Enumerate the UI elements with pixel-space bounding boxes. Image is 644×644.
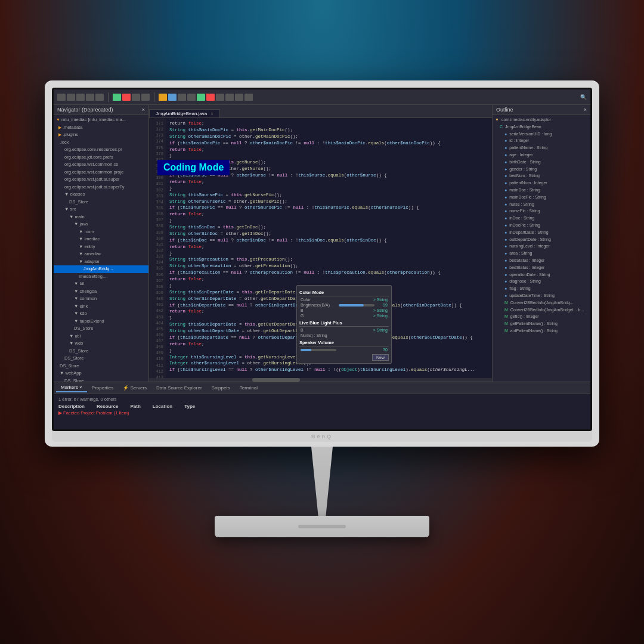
bottom-tab-datasource[interactable]: Data Source Explorer bbox=[151, 384, 206, 392]
toolbar-icon-17[interactable] bbox=[244, 94, 253, 101]
tree-item[interactable]: ▼ bit bbox=[54, 280, 148, 288]
tree-item[interactable]: org.eclipse.wst.jadt.ai.superTy bbox=[54, 184, 148, 191]
tree-item[interactable]: ▼ util bbox=[54, 333, 148, 340]
tree-item[interactable]: DS_Store bbox=[54, 377, 148, 382]
tree-item[interactable]: ▼ main bbox=[54, 213, 148, 221]
toolbar-icon-13[interactable] bbox=[206, 94, 215, 101]
outline-item[interactable]: ●nurse : String bbox=[493, 201, 590, 208]
tree-item[interactable]: org.eclipse.jdt.core.prefs bbox=[54, 154, 148, 162]
outline-item[interactable]: ●outDepartDate : String bbox=[493, 236, 590, 243]
tree-item[interactable]: ▼mtu_imediac [mtu_imediac ma... bbox=[54, 116, 148, 124]
outline-item[interactable]: ●inDocPic : String bbox=[493, 222, 590, 229]
tree-item[interactable]: ▼ common bbox=[54, 295, 148, 303]
toolbar-debug-icon[interactable] bbox=[122, 94, 131, 101]
outline-item[interactable]: ●gender : String bbox=[493, 166, 590, 173]
toolbar-icon-15[interactable] bbox=[225, 94, 234, 101]
toolbar-icon-12[interactable] bbox=[197, 94, 205, 101]
tree-item[interactable]: DS_Store bbox=[54, 325, 148, 333]
outline-item[interactable]: ●serialVersionUID : long bbox=[493, 131, 590, 138]
popup-brightness-slider[interactable] bbox=[339, 304, 374, 306]
toolbar-icon-4[interactable] bbox=[86, 94, 94, 101]
outline-item[interactable]: ●patientName : String bbox=[493, 144, 590, 151]
tree-item[interactable]: ▼ chengda bbox=[54, 288, 148, 296]
scrollbar-thumb[interactable] bbox=[252, 378, 300, 382]
outline-item[interactable]: ●nursePic : String bbox=[493, 208, 590, 215]
popup-speaker-slider[interactable] bbox=[301, 349, 336, 351]
tree-item[interactable]: ▼ java bbox=[54, 221, 148, 228]
outline-item[interactable]: ●bedNum : String bbox=[493, 172, 590, 179]
tree-item[interactable]: ▼ adaptor bbox=[54, 258, 148, 266]
outline-item[interactable]: ●inDepartDate : String bbox=[493, 229, 590, 236]
tree-item[interactable]: DS_Store bbox=[54, 363, 148, 370]
tree-item[interactable]: DS_Store bbox=[54, 348, 148, 355]
outline-item[interactable]: MConvert2BBedInfo(JmgArnBridg... bbox=[493, 299, 590, 306]
outline-item[interactable]: ●flag : String bbox=[493, 285, 590, 292]
tree-item[interactable]: ▼ kdb bbox=[54, 310, 148, 318]
bottom-tab-properties[interactable]: Properties bbox=[87, 384, 118, 392]
navigator-close[interactable]: × bbox=[142, 107, 145, 113]
popup-new-button[interactable]: New bbox=[372, 354, 389, 361]
tree-item[interactable]: ImedSetting... bbox=[54, 273, 148, 281]
tree-item[interactable]: DS_Store bbox=[54, 355, 148, 363]
toolbar-icon-3[interactable] bbox=[76, 94, 85, 101]
outline-item[interactable]: ▼com.imediac.entity.adaptor bbox=[493, 116, 590, 123]
toolbar-search[interactable]: 🔍 bbox=[580, 94, 587, 100]
tree-item[interactable]: ▼ src bbox=[54, 206, 148, 213]
toolbar-run-icon[interactable] bbox=[113, 94, 121, 101]
toolbar-icon-6[interactable] bbox=[132, 94, 140, 101]
tree-item[interactable]: ▼ webApp bbox=[54, 370, 148, 377]
outline-item[interactable]: MgetPatientName() : String bbox=[493, 320, 590, 327]
outline-item[interactable]: ●id : Integer bbox=[493, 137, 590, 144]
outline-item[interactable]: ●nursingLevel : Integer bbox=[493, 243, 590, 250]
tree-item[interactable]: ▶.metadata bbox=[54, 124, 148, 132]
tree-item[interactable]: ▼ .com bbox=[54, 228, 148, 236]
tree-item[interactable]: ▼ imediac bbox=[54, 236, 148, 243]
toolbar-icon-10[interactable] bbox=[178, 94, 186, 101]
editor-tab-close[interactable]: × bbox=[211, 112, 213, 116]
outline-item[interactable]: ●patientNum : Integer bbox=[493, 179, 590, 187]
toolbar-icon-8[interactable] bbox=[159, 94, 167, 101]
bottom-tab-servers[interactable]: ⚡ Servers bbox=[118, 384, 151, 392]
outline-item[interactable]: ●operationDate : String bbox=[493, 271, 590, 278]
tree-item[interactable]: ▼ web bbox=[54, 340, 148, 348]
tree-item[interactable]: JmgArnBridg... bbox=[54, 265, 148, 273]
tree-item[interactable]: org.eclipse.wst.common.co bbox=[54, 161, 148, 169]
outline-item[interactable]: MantPatientName() : String bbox=[493, 327, 590, 335]
tree-item[interactable]: ▼ taipeiExtend bbox=[54, 318, 148, 326]
tree-item[interactable]: ▼ amediac bbox=[54, 250, 148, 258]
outline-item[interactable]: ●area : String bbox=[493, 250, 590, 257]
tree-item[interactable]: ▼ entity bbox=[54, 243, 148, 251]
toolbar-icon-5[interactable] bbox=[95, 94, 104, 101]
toolbar-icon-9[interactable] bbox=[168, 94, 177, 101]
outline-item[interactable]: MConvert2BBedInfo(JmgArnBridgeI... b... bbox=[493, 306, 590, 314]
toolbar-icon-16[interactable] bbox=[235, 94, 243, 101]
bottom-tab-terminal[interactable]: Terminal bbox=[235, 384, 262, 392]
outline-item[interactable]: ●birthDate : String bbox=[493, 159, 590, 166]
tree-item[interactable]: DS_Store bbox=[54, 199, 148, 206]
tree-item[interactable]: ▼ classes bbox=[54, 191, 148, 199]
tree-item[interactable]: .lock bbox=[54, 139, 148, 147]
outline-item[interactable]: ●age : Integer bbox=[493, 151, 590, 159]
toolbar-icon-11[interactable] bbox=[187, 94, 196, 101]
outline-item[interactable]: ●bedStatus : Integer bbox=[493, 257, 590, 264]
outline-item[interactable]: ●diagnose : String bbox=[493, 278, 590, 285]
outline-item[interactable]: ●mainDoc : String bbox=[493, 187, 590, 194]
outline-item[interactable]: MgetId() : Integer bbox=[493, 313, 590, 320]
toolbar-icon-7[interactable] bbox=[141, 94, 150, 101]
editor-tab-main[interactable]: JmgArnBridgeBean.java × bbox=[149, 109, 220, 117]
outline-item[interactable]: ●mainDocPic : String bbox=[493, 194, 590, 201]
bottom-tab-snippets[interactable]: Snippets bbox=[207, 384, 235, 392]
toolbar-icon-1[interactable] bbox=[57, 94, 66, 101]
tree-item[interactable]: org.eclipse.wst.common.proje bbox=[54, 169, 148, 177]
outline-item[interactable]: ●bedStatus : Integer bbox=[493, 264, 590, 271]
outline-close[interactable]: × bbox=[584, 107, 587, 113]
outline-item[interactable]: ●updateDateTime : String bbox=[493, 292, 590, 299]
tree-item[interactable]: ▶.plugins bbox=[54, 131, 148, 139]
bottom-tab-markers[interactable]: Markers × bbox=[56, 383, 87, 392]
horizontal-scrollbar[interactable] bbox=[149, 378, 492, 382]
outline-item[interactable]: CJmgArnBridgeBean bbox=[493, 123, 590, 131]
tree-item[interactable]: org.eclipse.core.resources.pr bbox=[54, 146, 148, 154]
tree-item[interactable]: org.eclipse.wst.jadt.ai.super bbox=[54, 176, 148, 184]
outline-item[interactable]: ●inDoc : String bbox=[493, 215, 590, 222]
toolbar-icon-14[interactable] bbox=[216, 94, 224, 101]
